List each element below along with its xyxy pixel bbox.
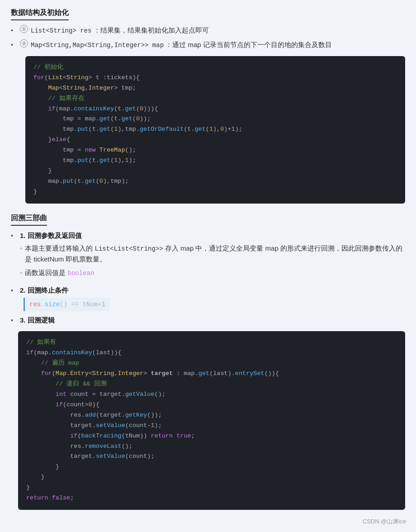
backtrack-item3-title: 3. 回溯逻辑 [20,315,55,326]
code-block-1: // 初始化 for(List<String> t :tickets){ Map… [25,56,405,204]
bullet-dot-2: • [11,39,17,50]
backtrack-item2-title: 2. 回溯终止条件 [20,285,68,296]
section1-list: • ① List<String> res ：结果集，结果集初始化加入起点即可 •… [11,25,405,51]
circle-1: ① [20,25,28,33]
backtrack-item1-content: 1. 回溯参数及返回值 ◦ 本题主要通过将输入的 List<List<Strin… [20,230,405,281]
list-item-1: • ① List<String> res ：结果集，结果集初始化加入起点即可 [11,25,405,36]
sub-dot-2: ◦ [20,267,22,278]
sub-dot-1: ◦ [20,243,22,254]
backtrack-item-2: • 2. 回溯终止条件 res.size() == tNum+1 [11,285,405,311]
backtrack-dot-2: • [11,285,17,296]
backtrack-item-3: • 3. 回溯逻辑 [11,315,405,326]
section2-list: • 1. 回溯参数及返回值 ◦ 本题主要通过将输入的 List<List<Str… [11,230,405,326]
watermark: CSDN @山渊ice [363,518,406,526]
section1-title: 数据结构及初始化 [11,8,69,20]
backtrack-dot-1: • [11,230,17,241]
sub-text-1-2: 函数返回值是 boolean [25,267,94,278]
section2-title: 回溯三部曲 [11,214,47,226]
sub-item-1-1: ◦ 本题主要通过将输入的 List<List<String>> 存入 map 中… [20,243,405,265]
section-data-structure: 数据结构及初始化 • ① List<String> res ：结果集，结果集初始… [11,8,405,204]
backtrack-item1-title: 1. 回溯参数及返回值 [20,232,82,239]
backtrack-item1-sub: ◦ 本题主要通过将输入的 List<List<String>> 存入 map 中… [20,243,405,279]
item1-text: List<String> res ：结果集，结果集初始化加入起点即可 [31,25,209,36]
code-block-2: // 如果有 if(map.containsKey(last)){ // 遍历 … [18,331,405,510]
section-backtrack: 回溯三部曲 • 1. 回溯参数及返回值 ◦ 本题主要通过将输入的 List<Li… [11,214,405,510]
item2-code: Map<String,Map<String,Integer>> map [31,42,164,49]
termination-condition: res.size() == tNum+1 [24,298,110,311]
bullet-dot-1: • [11,25,17,36]
circle-2: ② [20,39,28,48]
sub-item-1-2: ◦ 函数返回值是 boolean [20,267,405,278]
sub-text-1-1: 本题主要通过将输入的 List<List<String>> 存入 map 中，通… [25,243,405,265]
backtrack-item-1: • 1. 回溯参数及返回值 ◦ 本题主要通过将输入的 List<List<Str… [11,230,405,281]
list-item-2: • ② Map<String,Map<String,Integer>> map … [11,39,405,50]
item1-code: List<String> res [31,27,91,34]
backtrack-dot-3: • [11,315,17,326]
item2-text: Map<String,Map<String,Integer>> map ：通过 … [31,39,332,50]
